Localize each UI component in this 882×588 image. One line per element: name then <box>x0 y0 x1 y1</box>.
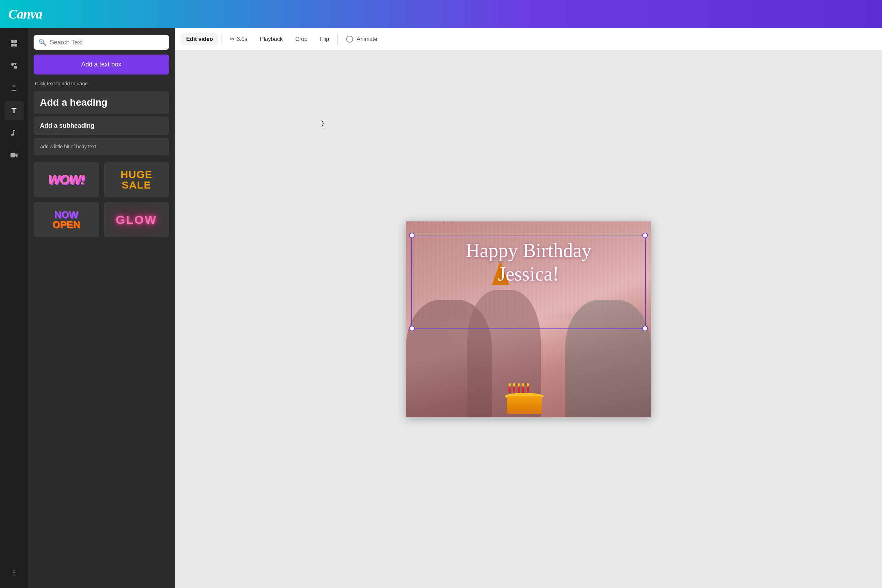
svg-point-4 <box>11 63 14 66</box>
glow-text: GLOW <box>116 213 157 226</box>
playback-button[interactable]: Playback <box>254 33 288 45</box>
search-icon: 🔍 <box>39 39 46 46</box>
style-huge-sale[interactable]: HUGE SALE <box>104 162 170 197</box>
candle-1 <box>509 386 511 393</box>
duration-label: 3.0s <box>237 36 247 42</box>
search-input[interactable] <box>50 39 164 46</box>
sidebar-item-templates[interactable] <box>4 34 24 53</box>
svg-rect-5 <box>14 66 17 69</box>
canva-logo: Canva <box>8 6 42 22</box>
toolbar: Edit video ✂ 3.0s Playback Crop Flip Ani… <box>175 28 882 50</box>
animate-icon <box>346 36 353 43</box>
cake-area <box>503 386 545 414</box>
scissors-symbol: ✂ <box>230 36 234 42</box>
edit-video-button[interactable]: Edit video <box>180 33 218 45</box>
click-instruction: Click text to add to page <box>34 81 169 86</box>
candle-3 <box>518 386 520 393</box>
sidebar-item-audio[interactable] <box>4 123 24 143</box>
flame-5 <box>527 383 529 387</box>
animate-button[interactable]: Animate <box>341 33 383 45</box>
candle-4 <box>522 386 524 393</box>
flame-2 <box>513 383 515 387</box>
flip-button[interactable]: Flip <box>314 33 335 45</box>
icon-sidebar <box>0 28 28 588</box>
candle-5 <box>527 386 529 393</box>
huge-text: HUGE <box>120 169 152 180</box>
text-panel: 🔍 Add a text box Click text to add to pa… <box>28 28 175 588</box>
editor-area: Edit video ✂ 3.0s Playback Crop Flip Ani… <box>175 28 882 588</box>
person-right <box>565 300 651 417</box>
canvas-card[interactable]: Happy Birthday Jessica! <box>406 221 651 417</box>
candle-2 <box>513 386 515 393</box>
body-option[interactable]: Add a little bit of body text <box>34 138 169 155</box>
flame-4 <box>522 383 524 387</box>
flame-1 <box>509 383 511 387</box>
animate-label: Animate <box>357 36 377 42</box>
style-glow[interactable]: GLOW <box>104 202 170 237</box>
now-open-text: NOW OPEN <box>53 210 80 230</box>
style-now-open[interactable]: NOW OPEN <box>34 202 99 237</box>
toolbar-divider-1 <box>221 34 222 45</box>
style-wow[interactable]: WOW! <box>34 162 99 197</box>
add-textbox-button[interactable]: Add a text box <box>34 55 169 75</box>
toolbar-divider-2 <box>337 34 338 45</box>
open-text: OPEN <box>53 220 80 230</box>
cake-body <box>507 396 542 414</box>
svg-rect-0 <box>11 40 14 43</box>
heading-option[interactable]: Add a heading <box>34 91 169 114</box>
svg-rect-2 <box>11 44 14 46</box>
svg-marker-6 <box>14 63 17 65</box>
header: Canva <box>0 0 882 28</box>
canvas-area: Happy Birthday Jessica! 〉 <box>175 50 882 588</box>
sale-text: SALE <box>120 180 152 190</box>
heading-label: Add a heading <box>40 97 107 108</box>
subheading-option[interactable]: Add a subheading <box>34 117 169 135</box>
sidebar-item-text[interactable] <box>4 101 24 120</box>
svg-point-11 <box>13 575 14 576</box>
sidebar-item-elements[interactable] <box>4 56 24 75</box>
body-label: Add a little bit of body text <box>40 144 96 149</box>
sidebar-item-more[interactable] <box>4 563 24 582</box>
scissors-icon[interactable]: ✂ 3.0s <box>224 33 253 45</box>
svg-rect-7 <box>11 153 15 158</box>
crop-button[interactable]: Crop <box>290 33 313 45</box>
canvas-background: Happy Birthday Jessica! <box>406 221 651 417</box>
now-text: NOW <box>53 210 80 220</box>
svg-point-10 <box>13 572 14 573</box>
sidebar-item-uploads[interactable] <box>4 78 24 98</box>
huge-sale-text: HUGE SALE <box>120 169 152 190</box>
sidebar-item-video[interactable] <box>4 146 24 165</box>
cursor-indicator: 〉 <box>321 118 324 128</box>
svg-point-9 <box>13 570 14 571</box>
wow-text: WOW! <box>48 172 84 187</box>
svg-marker-8 <box>15 153 18 158</box>
search-bar: 🔍 <box>34 35 169 50</box>
svg-rect-3 <box>14 44 17 46</box>
main-layout: 🔍 Add a text box Click text to add to pa… <box>0 28 882 588</box>
svg-rect-1 <box>14 40 17 43</box>
flame-3 <box>518 383 520 387</box>
subheading-label: Add a subheading <box>40 122 95 129</box>
styles-grid: WOW! HUGE SALE NOW OPEN GLOW <box>34 162 169 237</box>
party-hat <box>492 261 509 285</box>
